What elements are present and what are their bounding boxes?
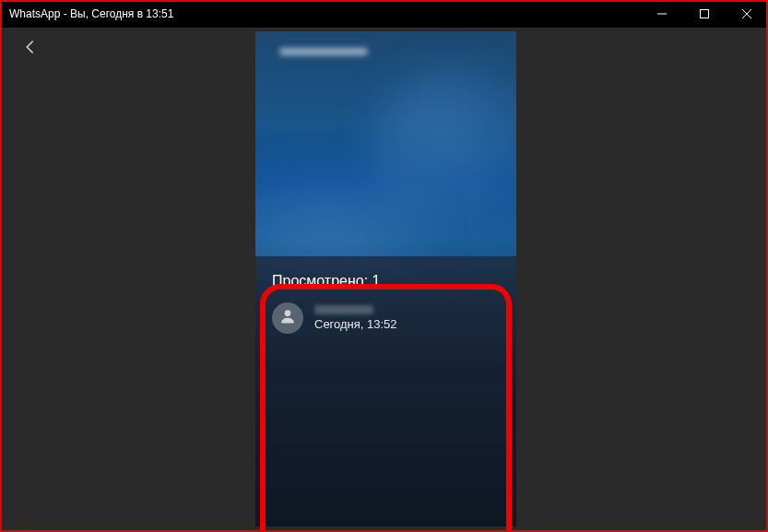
window-titlebar: WhatsApp - Вы, Сегодня в 13:51 — [0, 0, 768, 28]
maximize-button[interactable] — [683, 0, 726, 28]
avatar — [272, 302, 303, 334]
window-title: WhatsApp - Вы, Сегодня в 13:51 — [9, 7, 641, 20]
close-button[interactable] — [726, 0, 768, 28]
status-header-blur — [279, 48, 368, 55]
content-area: Просмотрено: 1 Сегодня, 13:52 — [2, 28, 766, 530]
viewed-by-title: Просмотрено: 1 — [272, 273, 500, 290]
viewer-timestamp: Сегодня, 13:52 — [314, 317, 397, 331]
svg-rect-1 — [701, 10, 709, 18]
viewer-name-redacted — [314, 305, 373, 314]
viewer-info: Сегодня, 13:52 — [314, 305, 397, 331]
person-icon — [278, 307, 297, 329]
svg-point-4 — [285, 310, 291, 316]
viewer-list-item[interactable]: Сегодня, 13:52 — [272, 302, 500, 334]
status-image-viewer[interactable]: Просмотрено: 1 Сегодня, 13:52 — [255, 31, 516, 526]
back-button[interactable] — [22, 39, 39, 59]
window-controls — [641, 0, 768, 28]
minimize-button[interactable] — [641, 0, 683, 28]
viewed-by-panel: Просмотрено: 1 Сегодня, 13:52 — [255, 256, 516, 526]
